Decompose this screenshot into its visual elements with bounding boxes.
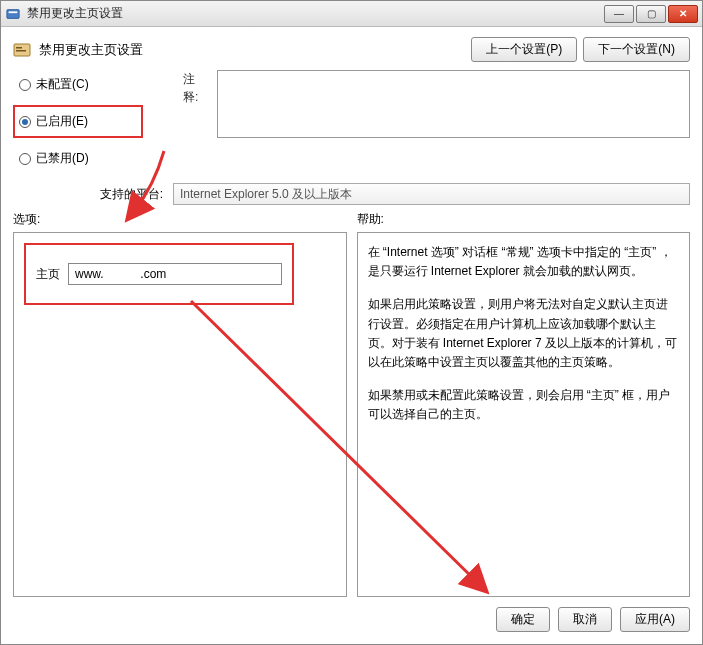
window-title: 禁用更改主页设置 (27, 5, 604, 22)
help-paragraph: 在 “Internet 选项” 对话框 “常规” 选项卡中指定的 “主页” ，是… (368, 243, 680, 281)
svg-rect-3 (16, 47, 22, 49)
radio-icon (19, 79, 31, 91)
options-label: 选项: (13, 211, 347, 228)
close-button[interactable]: ✕ (668, 5, 698, 23)
apply-button[interactable]: 应用(A) (620, 607, 690, 632)
radio-enabled[interactable]: 已启用(E) (13, 105, 143, 138)
radio-icon (19, 116, 31, 128)
page-title: 禁用更改主页设置 (39, 41, 143, 59)
radio-not-configured[interactable]: 未配置(C) (13, 74, 173, 95)
notes-label: 注释: (183, 70, 209, 138)
radio-icon (19, 153, 31, 165)
ok-button[interactable]: 确定 (496, 607, 550, 632)
policy-icon (13, 41, 31, 59)
options-highlight: 主页 (24, 243, 294, 305)
radio-label: 已禁用(D) (36, 150, 89, 167)
app-icon (5, 6, 21, 22)
minimize-button[interactable]: — (604, 5, 634, 23)
help-panel: 在 “Internet 选项” 对话框 “常规” 选项卡中指定的 “主页” ，是… (357, 232, 691, 597)
state-radio-group: 未配置(C) 已启用(E) 已禁用(D) (13, 74, 173, 169)
svg-rect-0 (7, 9, 19, 18)
homepage-label: 主页 (36, 266, 60, 283)
radio-label: 未配置(C) (36, 76, 89, 93)
maximize-button[interactable]: ▢ (636, 5, 666, 23)
next-setting-button[interactable]: 下一个设置(N) (583, 37, 690, 62)
radio-label: 已启用(E) (36, 113, 88, 130)
platform-label: 支持的平台: (13, 186, 163, 203)
help-label: 帮助: (357, 211, 691, 228)
titlebar: 禁用更改主页设置 — ▢ ✕ (1, 1, 702, 27)
homepage-input[interactable] (68, 263, 282, 285)
svg-rect-1 (9, 11, 18, 13)
prev-setting-button[interactable]: 上一个设置(P) (471, 37, 577, 62)
options-panel: 主页 (13, 232, 347, 597)
platform-value: Internet Explorer 5.0 及以上版本 (173, 183, 690, 205)
help-paragraph: 如果禁用或未配置此策略设置，则会启用 “主页” 框，用户可以选择自己的主页。 (368, 386, 680, 424)
cancel-button[interactable]: 取消 (558, 607, 612, 632)
radio-disabled[interactable]: 已禁用(D) (13, 148, 173, 169)
notes-textarea[interactable] (217, 70, 690, 138)
dialog-window: 禁用更改主页设置 — ▢ ✕ 禁用更改主页设置 上一个设置(P) 下一个设置(N… (0, 0, 703, 645)
help-paragraph: 如果启用此策略设置，则用户将无法对自定义默认主页进行设置。必须指定在用户计算机上… (368, 295, 680, 372)
svg-rect-4 (16, 50, 26, 52)
